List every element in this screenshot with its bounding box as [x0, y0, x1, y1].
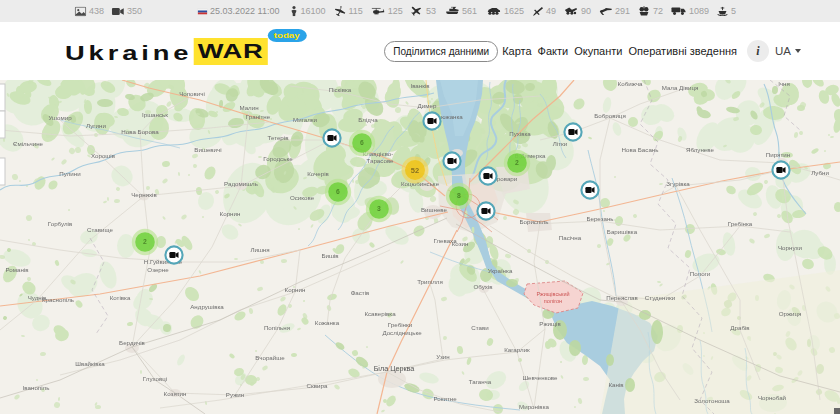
svg-text:Рокитне: Рокитне — [433, 395, 457, 402]
svg-text:Вишневе: Вишневе — [421, 206, 448, 213]
svg-text:Корнин: Корнин — [285, 286, 306, 293]
svg-text:Бишів: Бишів — [321, 252, 339, 259]
svg-text:Драбів: Драбів — [730, 324, 750, 331]
svg-text:Чорнобай: Чорнобай — [758, 394, 787, 401]
svg-text:Озерне: Озерне — [147, 266, 169, 273]
svg-text:Попільня: Попільня — [264, 324, 290, 331]
svg-text:8: 8 — [457, 192, 461, 199]
svg-text:Швайківка: Швайківка — [75, 360, 105, 367]
svg-text:Вишевичі: Вишевичі — [194, 146, 221, 153]
svg-text:Таганча: Таганча — [469, 378, 492, 385]
svg-text:Баришівка: Баришівка — [607, 228, 638, 235]
svg-text:Оржиця: Оржиця — [779, 310, 802, 317]
svg-text:Ржищівський: Ржищівський — [536, 291, 569, 297]
svg-text:Ічня: Ічня — [778, 80, 790, 87]
svg-text:Березань: Березань — [586, 215, 613, 222]
svg-text:Миронівка: Миронівка — [519, 403, 549, 410]
svg-text:Димер: Димер — [418, 102, 437, 109]
svg-text:Іванків: Іванків — [410, 82, 430, 89]
svg-text:2: 2 — [143, 238, 147, 245]
svg-text:Пухівка: Пухівка — [509, 130, 531, 137]
svg-text:Тетерів: Тетерів — [268, 134, 290, 141]
svg-text:Бориспіль: Бориспіль — [519, 218, 548, 225]
svg-text:Гребінка: Гребінка — [728, 220, 753, 227]
svg-text:Хорошів: Хорошів — [91, 152, 116, 159]
svg-text:Пасічна: Пасічна — [559, 234, 582, 241]
svg-text:Ксаверівка: Ксаверівка — [364, 310, 396, 317]
svg-text:Блідча: Блідча — [358, 116, 378, 123]
svg-text:Студеники: Студеники — [645, 294, 676, 301]
svg-text:Лугини: Лугини — [86, 122, 106, 129]
svg-text:Нова Басань: Нова Басань — [622, 146, 659, 153]
svg-text:Трипілля: Трипілля — [417, 278, 443, 285]
svg-text:полігон: полігон — [544, 298, 562, 304]
svg-text:Горбулів: Горбулів — [48, 220, 73, 227]
svg-text:Узин: Узин — [436, 353, 449, 360]
svg-text:Стави: Стави — [471, 324, 489, 331]
svg-text:Козятин: Козятин — [164, 390, 187, 397]
svg-text:Українка: Українка — [488, 267, 513, 274]
svg-text:Кобижча: Кобижча — [618, 80, 643, 87]
svg-text:Пісківка: Пісківка — [329, 86, 352, 93]
svg-text:52: 52 — [411, 166, 419, 175]
svg-text:Фастів: Фастів — [351, 289, 370, 296]
svg-text:6: 6 — [360, 139, 364, 146]
svg-text:Пологи: Пологи — [690, 270, 711, 277]
svg-text:Ржищів: Ржищів — [539, 320, 561, 327]
svg-text:Малин: Малин — [239, 104, 258, 111]
svg-text:Яблуневе: Яблуневе — [686, 146, 715, 153]
svg-text:Мала Дівиця: Мала Дівиця — [662, 84, 699, 91]
svg-text:Осикове: Осикове — [290, 194, 315, 201]
svg-text:Гранітне: Гранітне — [246, 113, 271, 120]
svg-text:3: 3 — [377, 205, 381, 212]
svg-text:Переяслав: Переяслав — [606, 294, 638, 301]
svg-text:Городське: Городське — [263, 155, 293, 162]
svg-text:Глуховці: Глуховці — [143, 375, 167, 382]
svg-text:Лубни: Лубни — [811, 169, 829, 176]
svg-text:Іршанськ: Іршанськ — [142, 111, 168, 118]
svg-text:Літки: Літки — [553, 140, 568, 147]
svg-text:Біла Церква: Біла Церква — [374, 364, 415, 373]
svg-text:Ємільчине: Ємільчине — [13, 140, 44, 147]
svg-text:Сквира: Сквира — [307, 382, 328, 389]
svg-text:Гребінки: Гребінки — [388, 321, 413, 328]
svg-text:6: 6 — [336, 188, 340, 195]
svg-text:Романів: Романів — [5, 266, 29, 273]
svg-text:Черняхів: Черняхів — [131, 191, 157, 198]
svg-text:Ушомир: Ушомир — [48, 114, 72, 121]
svg-text:Кагарлик: Кагарлик — [504, 346, 530, 353]
svg-text:Чорнухи: Чорнухи — [778, 244, 803, 251]
svg-text:Лишня: Лишня — [250, 246, 269, 253]
svg-text:Чоповичі: Чоповичі — [179, 90, 205, 97]
svg-text:Андрушівка: Андрушівка — [190, 303, 224, 310]
svg-text:Дослідницьке: Дослідницьке — [382, 329, 422, 336]
svg-text:Канів: Канів — [608, 381, 624, 388]
svg-text:2: 2 — [515, 159, 519, 166]
svg-text:Пулини: Пулини — [59, 170, 81, 177]
svg-text:Бердичів: Бердичів — [119, 339, 145, 346]
svg-text:Золотоноша: Золотоноша — [694, 397, 730, 404]
svg-text:Вчорайше: Вчорайше — [255, 354, 285, 361]
svg-text:Бобровиця: Бобровиця — [594, 112, 626, 119]
svg-text:Ружин: Ружин — [226, 391, 244, 398]
svg-text:Іванопіль: Іванопіль — [23, 384, 50, 391]
svg-text:Пирятин: Пирятин — [766, 151, 790, 158]
svg-text:Нова Борова: Нова Борова — [121, 128, 159, 135]
svg-text:Ставище: Ставище — [87, 226, 113, 233]
svg-text:Краснопіль: Краснопіль — [42, 296, 74, 303]
svg-text:Кочерів: Кочерів — [307, 170, 329, 177]
svg-text:Корнин: Корнин — [220, 210, 241, 217]
svg-text:Радомишль: Радомишль — [224, 180, 258, 187]
svg-text:Обухів: Обухів — [473, 283, 493, 290]
svg-text:Кожанка: Кожанка — [315, 319, 340, 326]
svg-text:Мигалки: Мигалки — [293, 116, 317, 123]
svg-text:Козин: Козин — [452, 240, 469, 247]
svg-text:Згурівка: Згурівка — [666, 180, 690, 187]
svg-text:Котівка: Котівка — [110, 294, 131, 301]
svg-text:Тарасове: Тарасове — [366, 157, 394, 164]
svg-text:Шевченкове: Шевченкове — [522, 374, 558, 381]
